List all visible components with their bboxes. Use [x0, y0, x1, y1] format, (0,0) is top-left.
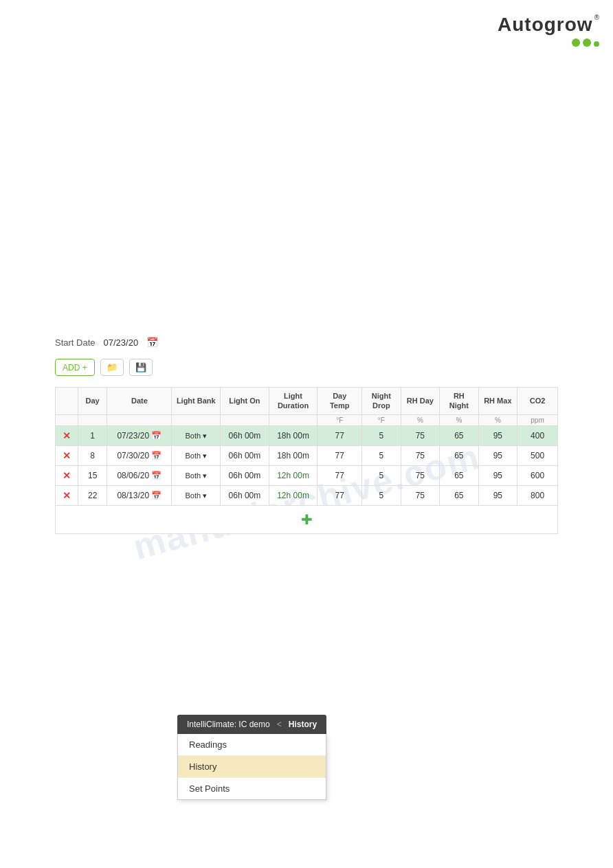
table-subheader-row: °F °F % % % ppm	[56, 414, 558, 425]
rhmax-cell: 95	[478, 425, 517, 445]
lightbank-dropdown[interactable]: Both ▾	[185, 491, 207, 500]
date-calendar-icon[interactable]: 📅	[151, 431, 161, 441]
subheader-day	[78, 414, 107, 425]
lightbank-dropdown[interactable]: Both ▾	[185, 432, 207, 440]
lightbank-cell[interactable]: Both ▾	[172, 445, 221, 465]
table-row: ✕ 15 08/06/20 📅 Both ▾ 06h 00m 12h 00m 7…	[56, 465, 558, 485]
lighton-cell: 06h 00m	[221, 425, 269, 445]
daytemp-cell: 77	[317, 425, 362, 445]
lightbank-cell[interactable]: Both ▾	[172, 425, 221, 445]
data-table: Day Date Light Bank Light On Light Durat…	[55, 387, 558, 534]
duration-value: 18h 00m	[277, 431, 309, 441]
logo-dot-3	[594, 41, 599, 47]
duration-value: 18h 00m	[277, 451, 309, 460]
menu-app-name: IntelliClimate: IC demo	[187, 720, 270, 729]
col-header-nightdrop: Night Drop	[362, 388, 401, 415]
table-header-row: Day Date Light Bank Light On Light Durat…	[56, 388, 558, 415]
subheader-date	[107, 414, 172, 425]
co2-cell: 800	[517, 485, 558, 505]
date-calendar-icon[interactable]: 📅	[151, 471, 161, 480]
subheader-rhday: %	[401, 414, 440, 425]
add-button[interactable]: ADD +	[55, 359, 95, 376]
rhday-cell: 75	[401, 465, 440, 485]
breadcrumb-arrow: <	[277, 720, 282, 729]
date-cell: 08/13/20 📅	[107, 485, 172, 505]
date-calendar-icon[interactable]: 📅	[151, 491, 161, 500]
add-row[interactable]: ✚	[56, 505, 558, 533]
date-cell: 07/30/20 📅	[107, 445, 172, 465]
download-button[interactable]: 💾	[129, 359, 153, 376]
date-calendar-icon[interactable]: 📅	[151, 451, 161, 460]
lighton-cell: 06h 00m	[221, 445, 269, 465]
menu-current-page: History	[289, 720, 317, 729]
daytemp-cell: 77	[317, 445, 362, 465]
toolbar: ADD + 📁 💾	[55, 359, 558, 376]
lightbank-cell[interactable]: Both ▾	[172, 465, 221, 485]
table-row: ✕ 22 08/13/20 📅 Both ▾ 06h 00m 12h 00m 7…	[56, 485, 558, 505]
day-cell: 22	[78, 485, 107, 505]
subheader-delete	[56, 414, 78, 425]
lightbank-cell[interactable]: Both ▾	[172, 485, 221, 505]
nightdrop-cell: 5	[362, 445, 401, 465]
rhday-cell: 75	[401, 425, 440, 445]
delete-button[interactable]: ✕	[63, 450, 71, 461]
col-header-lightbank: Light Bank	[172, 388, 221, 415]
delete-cell[interactable]: ✕	[56, 445, 78, 465]
start-date-label: Start Date	[55, 337, 96, 348]
col-header-rhnight: RH Night	[440, 388, 479, 415]
duration-value: 12h 00m	[277, 471, 309, 480]
col-header-date: Date	[107, 388, 172, 415]
subheader-lightbank	[172, 414, 221, 425]
rhnight-cell: 65	[440, 485, 479, 505]
rhmax-cell: 95	[478, 485, 517, 505]
subheader-rhmax: %	[478, 414, 517, 425]
logo-dots	[572, 38, 599, 47]
col-header-delete	[56, 388, 78, 415]
lighton-cell: 06h 00m	[221, 465, 269, 485]
rhmax-cell: 95	[478, 465, 517, 485]
duration-cell: 18h 00m	[269, 425, 317, 445]
delete-button[interactable]: ✕	[63, 430, 71, 441]
table-row: ✕ 8 07/30/20 📅 Both ▾ 06h 00m 18h 00m 77…	[56, 445, 558, 465]
col-header-co2: CO2	[517, 388, 558, 415]
day-cell: 15	[78, 465, 107, 485]
start-date-value: 07/23/20	[104, 337, 139, 348]
lighton-cell: 06h 00m	[221, 485, 269, 505]
logo-dot-2	[583, 38, 591, 47]
subheader-daytemp: °F	[317, 414, 362, 425]
daytemp-cell: 77	[317, 465, 362, 485]
rhnight-cell: 65	[440, 445, 479, 465]
duration-cell: 12h 00m	[269, 465, 317, 485]
subheader-co2: ppm	[517, 414, 558, 425]
upload-button[interactable]: 📁	[100, 359, 124, 376]
nightdrop-cell: 5	[362, 485, 401, 505]
day-cell: 8	[78, 445, 107, 465]
rhnight-cell: 65	[440, 465, 479, 485]
delete-button[interactable]: ✕	[63, 470, 71, 481]
main-content: Start Date 07/23/20 📅 ADD + 📁 💾 Day Date…	[55, 337, 558, 534]
co2-cell: 600	[517, 465, 558, 485]
menu-item-set-points[interactable]: Set Points	[178, 778, 326, 799]
nightdrop-cell: 5	[362, 465, 401, 485]
menu-item-history[interactable]: History	[178, 756, 326, 778]
duration-value: 12h 00m	[277, 491, 309, 500]
menu-item-readings[interactable]: Readings	[178, 734, 326, 756]
col-header-rhday: RH Day	[401, 388, 440, 415]
calendar-icon[interactable]: 📅	[146, 337, 158, 348]
delete-cell[interactable]: ✕	[56, 425, 78, 445]
table-row: ✕ 1 07/23/20 📅 Both ▾ 06h 00m 18h 00m 77…	[56, 425, 558, 445]
logo-text: Autogrow	[498, 14, 593, 36]
subheader-nightdrop: °F	[362, 414, 401, 425]
col-header-duration: Light Duration	[269, 388, 317, 415]
delete-button[interactable]: ✕	[63, 490, 71, 501]
lightbank-dropdown[interactable]: Both ▾	[185, 471, 207, 480]
delete-cell[interactable]: ✕	[56, 465, 78, 485]
subheader-duration	[269, 414, 317, 425]
lightbank-dropdown[interactable]: Both ▾	[185, 452, 207, 460]
subheader-lighton	[221, 414, 269, 425]
delete-cell[interactable]: ✕	[56, 485, 78, 505]
col-header-lighton: Light On	[221, 388, 269, 415]
col-header-daytemp: Day Temp	[317, 388, 362, 415]
logo-dot-1	[572, 38, 580, 47]
add-row-button[interactable]: ✚	[301, 511, 313, 528]
